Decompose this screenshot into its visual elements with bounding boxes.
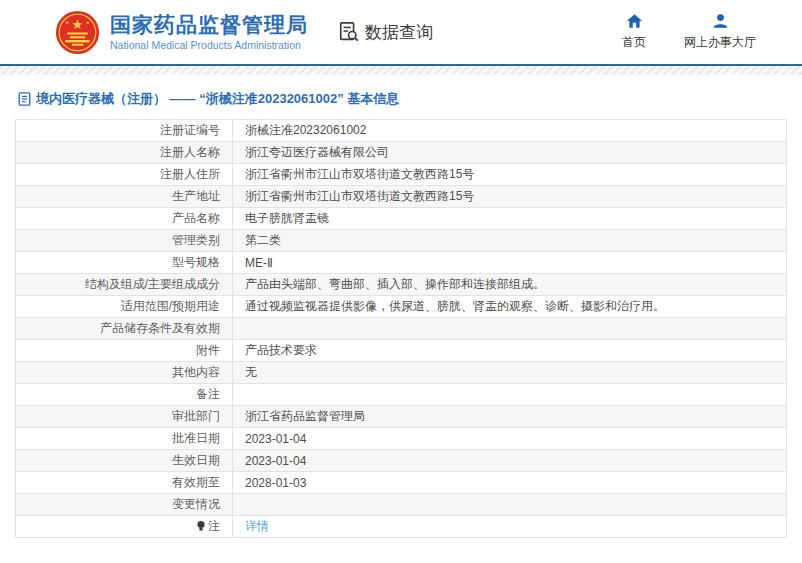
table-row: 产品储存条件及有效期 — [16, 318, 787, 340]
table-row: 变更情况 — [16, 494, 787, 516]
row-label: 结构及组成/主要组成成分 — [16, 274, 233, 296]
data-search-icon — [338, 21, 360, 43]
row-value — [233, 384, 787, 406]
row-label: 其他内容 — [16, 362, 233, 384]
row-label-text: 注 — [208, 519, 220, 533]
row-label-text: 生产地址 — [172, 189, 220, 203]
row-label-text: 产品储存条件及有效期 — [100, 321, 220, 335]
row-label-text: 型号规格 — [172, 255, 220, 269]
row-label-text: 审批部门 — [172, 409, 220, 423]
nav-home[interactable]: 首页 — [622, 13, 646, 51]
row-label-text: 其他内容 — [172, 365, 220, 379]
row-label: 适用范围/预期用途 — [16, 296, 233, 318]
row-value: 浙械注准20232061002 — [233, 120, 787, 142]
row-label: 注 — [16, 516, 233, 538]
table-row: 批准日期 2023-01-04 — [16, 428, 787, 450]
row-label: 型号规格 — [16, 252, 233, 274]
row-label: 生产地址 — [16, 186, 233, 208]
row-value: 产品由头端部、弯曲部、插入部、操作部和连接部组成。 — [233, 274, 787, 296]
org-name-en: National Medical Products Administration — [110, 39, 308, 51]
row-value: 通过视频监视器提供影像，供尿道、膀胱、肾盂的观察、诊断、摄影和治疗用。 — [233, 296, 787, 318]
table-row: 注册证编号 浙械注准20232061002 — [16, 120, 787, 142]
table-row: 注册人名称 浙江夸迈医疗器械有限公司 — [16, 142, 787, 164]
document-icon — [18, 92, 31, 106]
row-label-text: 注册人名称 — [160, 145, 220, 159]
data-query-label: 数据查询 — [365, 21, 433, 44]
svg-text:★: ★ — [86, 20, 90, 25]
table-row: 有效期至 2028-01-03 — [16, 472, 787, 494]
row-value: 无 — [233, 362, 787, 384]
table-row: 审批部门 浙江省药品监督管理局 — [16, 406, 787, 428]
table-row: 结构及组成/主要组成成分 产品由头端部、弯曲部、插入部、操作部和连接部组成。 — [16, 274, 787, 296]
data-query-nav[interactable]: 数据查询 — [338, 21, 433, 44]
row-value — [233, 494, 787, 516]
org-title-block: 国家药品监督管理局 National Medical Products Admi… — [110, 13, 308, 51]
row-label-text: 适用范围/预期用途 — [121, 299, 220, 313]
row-label: 产品储存条件及有效期 — [16, 318, 233, 340]
row-value — [233, 318, 787, 340]
row-value: 浙江省衢州市江山市双塔街道文教西路15号 — [233, 186, 787, 208]
row-value: 2028-01-03 — [233, 472, 787, 494]
row-label-text: 变更情况 — [172, 497, 220, 511]
row-value: 第二类 — [233, 230, 787, 252]
detail-link[interactable]: 详情 — [245, 519, 269, 533]
row-label-text: 批准日期 — [172, 431, 220, 445]
row-value: 2023-01-04 — [233, 428, 787, 450]
page-title-bar: 境内医疗器械（注册） —— “浙械注准20232061002” 基本信息 — [0, 75, 802, 119]
row-label: 注册人名称 — [16, 142, 233, 164]
nav-online-hall-label: 网上办事大厅 — [684, 34, 756, 51]
note-bulb-icon — [196, 520, 206, 535]
nav-home-label: 首页 — [622, 34, 646, 51]
info-table-body: 注册证编号 浙械注准20232061002 注册人名称 浙江夸迈医疗器械有限公司… — [16, 120, 787, 538]
svg-text:★: ★ — [65, 20, 69, 25]
table-row: 注 详情 — [16, 516, 787, 538]
row-label-text: 备注 — [196, 387, 220, 401]
row-value: ME-Ⅱ — [233, 252, 787, 274]
table-row: 适用范围/预期用途 通过视频监视器提供影像，供尿道、膀胱、肾盂的观察、诊断、摄影… — [16, 296, 787, 318]
header-hatch-divider — [0, 66, 802, 75]
row-label: 审批部门 — [16, 406, 233, 428]
row-value: 详情 — [233, 516, 787, 538]
row-label-text: 生效日期 — [172, 453, 220, 467]
table-row: 注册人住所 浙江省衢州市江山市双塔街道文教西路15号 — [16, 164, 787, 186]
row-label: 管理类别 — [16, 230, 233, 252]
row-label-text: 产品名称 — [172, 211, 220, 225]
row-label: 备注 — [16, 384, 233, 406]
row-label: 生效日期 — [16, 450, 233, 472]
site-header: ★ ★ ★ 国家药品监督管理局 National Medical Product… — [0, 0, 802, 66]
page-title: 境内医疗器械（注册） —— “浙械注准20232061002” 基本信息 — [36, 90, 399, 108]
national-emblem-logo: ★ ★ ★ — [55, 10, 100, 55]
table-row: 生产地址 浙江省衢州市江山市双塔街道文教西路15号 — [16, 186, 787, 208]
person-icon — [712, 13, 729, 29]
row-label: 注册证编号 — [16, 120, 233, 142]
row-label-text: 有效期至 — [172, 475, 220, 489]
row-value: 浙江省药品监督管理局 — [233, 406, 787, 428]
row-label: 有效期至 — [16, 472, 233, 494]
row-label-text: 注册证编号 — [160, 123, 220, 137]
svg-text:★: ★ — [72, 16, 84, 31]
registration-info-panel: 注册证编号 浙械注准20232061002 注册人名称 浙江夸迈医疗器械有限公司… — [15, 119, 787, 538]
row-value: 产品技术要求 — [233, 340, 787, 362]
row-label: 附件 — [16, 340, 233, 362]
row-label-text: 注册人住所 — [160, 167, 220, 181]
org-name-zh: 国家药品监督管理局 — [110, 13, 308, 37]
table-row: 管理类别 第二类 — [16, 230, 787, 252]
top-nav: 首页 网上办事大厅 — [622, 13, 756, 51]
row-label-text: 管理类别 — [172, 233, 220, 247]
row-value: 浙江夸迈医疗器械有限公司 — [233, 142, 787, 164]
row-label: 批准日期 — [16, 428, 233, 450]
row-value: 电子膀胱肾盂镜 — [233, 208, 787, 230]
table-row: 备注 — [16, 384, 787, 406]
table-row: 附件 产品技术要求 — [16, 340, 787, 362]
table-row: 其他内容 无 — [16, 362, 787, 384]
row-label: 产品名称 — [16, 208, 233, 230]
row-label-text: 结构及组成/主要组成成分 — [85, 277, 220, 291]
row-label-text: 附件 — [196, 343, 220, 357]
nav-online-hall[interactable]: 网上办事大厅 — [684, 13, 756, 51]
row-value: 2023-01-04 — [233, 450, 787, 472]
registration-info-table: 注册证编号 浙械注准20232061002 注册人名称 浙江夸迈医疗器械有限公司… — [15, 119, 787, 538]
table-row: 产品名称 电子膀胱肾盂镜 — [16, 208, 787, 230]
row-label: 变更情况 — [16, 494, 233, 516]
row-value: 浙江省衢州市江山市双塔街道文教西路15号 — [233, 164, 787, 186]
row-label: 注册人住所 — [16, 164, 233, 186]
